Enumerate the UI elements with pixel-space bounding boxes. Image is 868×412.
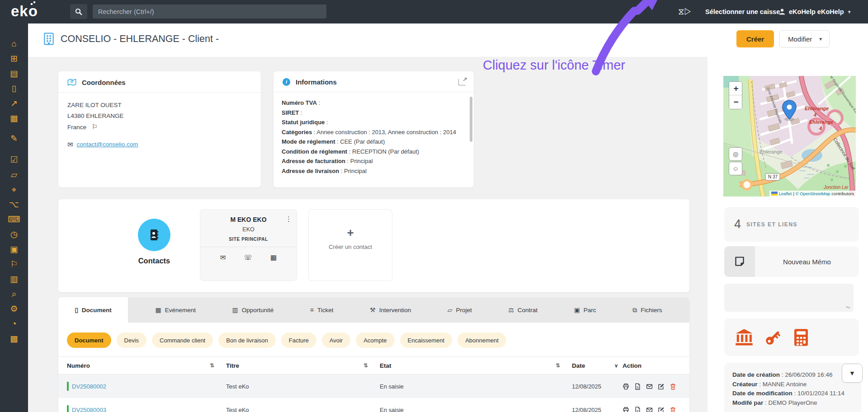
sort-icon[interactable]: ⇅ (363, 362, 368, 369)
tab-projet[interactable]: ▱Projet (439, 297, 481, 323)
leaflet-link[interactable]: Leaflet (779, 191, 792, 196)
calculator-icon[interactable] (792, 328, 810, 346)
sort-desc-icon[interactable]: ∨ (614, 363, 618, 369)
envelope-icon[interactable] (646, 383, 653, 390)
document-link[interactable]: DV25080003 (72, 407, 106, 412)
filter-pill-facture[interactable]: Facture (281, 332, 316, 348)
pdf-file-icon[interactable] (634, 383, 641, 390)
tab-evenement[interactable]: ▦Evénement (146, 297, 205, 323)
tab-document[interactable]: ▯Document (58, 297, 128, 323)
zoom-out-button[interactable]: − (729, 95, 742, 109)
cell-date: 12/08/2025 (572, 383, 623, 390)
trash-icon[interactable] (670, 383, 676, 390)
sort-icon[interactable]: ⇅ (556, 362, 560, 369)
sidebar-item-calendar-icon[interactable]: ▦ (6, 112, 22, 126)
table-body: DV25080002Test eKoEn saisie12/08/2025DV2… (58, 375, 689, 412)
calendar-icon[interactable]: ▦ (270, 253, 277, 262)
tab-parc[interactable]: ▣Parc (565, 297, 605, 323)
tab-contrat[interactable]: ⚖Contrat (499, 297, 547, 323)
filter-pill-encaissement[interactable]: Encaissement (400, 332, 453, 348)
tab-opportunite[interactable]: ▥Opportunité (223, 297, 283, 323)
sidebar-item-file-icon[interactable]: ▯ (6, 82, 22, 97)
trash-icon[interactable] (670, 407, 676, 412)
locate-button[interactable]: ◎ (729, 147, 742, 161)
key-icon[interactable] (763, 328, 783, 346)
contact-tile[interactable]: ⋮ M EKO EKO EKO SITE PRINCIPAL ✉ ☏ ▦ (200, 209, 297, 281)
contrat-tab-icon: ⚖ (508, 306, 514, 314)
quick-links (724, 318, 859, 356)
osm-link[interactable]: © OpenStreetMap (796, 191, 830, 196)
sort-icon[interactable]: ⇅ (210, 362, 214, 369)
contact-company: EKO (200, 226, 297, 233)
sidebar-item-receipt-icon[interactable]: ▤ (6, 67, 22, 82)
sidebar-item-clipboard-edit-icon[interactable]: ✎ (6, 132, 22, 147)
envelope-icon[interactable]: ✉ (220, 253, 226, 262)
edit-icon[interactable] (658, 383, 665, 390)
memo-textarea[interactable] (724, 284, 854, 312)
informations-scrollbar[interactable] (470, 97, 472, 142)
printer-icon[interactable] (623, 407, 629, 412)
new-memo-button[interactable]: Nouveau Mémo (724, 246, 859, 277)
tab-intervention[interactable]: ⚒Intervention (361, 297, 420, 323)
tab-fichiers[interactable]: ⧉Fichiers (623, 297, 671, 323)
global-search-input[interactable] (93, 5, 326, 19)
filter-pill-bon-de-livraison[interactable]: Bon de livraison (218, 332, 276, 348)
sidebar-item-scanner-icon[interactable]: ⌖ (6, 183, 22, 198)
map-widget[interactable]: Ehlerange 4 Ehlerange 4 Ehlerange Zone d… (723, 76, 856, 197)
sidebar-item-org-tree-icon[interactable]: ⌥ (6, 198, 22, 213)
map-link-icon[interactable]: ⚐ (92, 123, 98, 131)
filter-pill-document[interactable]: Document (67, 332, 111, 348)
select-caisse-button[interactable]: Sélectionner une caisse (699, 4, 786, 20)
kebab-menu-icon[interactable]: ⋮ (285, 215, 292, 223)
zoom-in-button[interactable]: + (729, 82, 742, 95)
sidebar-item-checklist-icon[interactable]: ☑ (6, 153, 22, 168)
sidebar-item-search-icon[interactable]: ⌕ (6, 287, 22, 302)
memo-label: Nouveau Mémo (755, 246, 859, 277)
tab-ticket[interactable]: ≡Ticket (301, 297, 343, 323)
sidebar-item-pie-chart-icon[interactable]: ◔ (6, 317, 22, 332)
sidebar-item-calculator-icon[interactable]: ▩ (6, 332, 22, 347)
eko-logo[interactable]: eko (11, 3, 38, 20)
create-contact-tile[interactable]: + Créer un contact (308, 209, 392, 281)
create-button[interactable]: Créer (736, 30, 774, 47)
meta-createur: Créateur : MANNE Antoine (732, 380, 853, 389)
envelope-icon[interactable] (646, 407, 653, 412)
sidebar-item-home-icon[interactable]: ⌂ (6, 37, 22, 52)
collapse-panel-button[interactable]: ▼ (842, 364, 863, 383)
filter-pill-abonnement[interactable]: Abonnement (458, 332, 506, 348)
filter-pill-commande-client[interactable]: Commande client (152, 332, 213, 348)
table-row[interactable]: DV25080002Test eKoEn saisie12/08/2025 (58, 375, 689, 398)
main-area: CONSELIO - EHLERANGE - Client - Créer Mo… (28, 23, 868, 412)
sidebar-item-stopwatch-icon[interactable]: ◷ (6, 228, 22, 243)
filter-pill-acompte[interactable]: Acompte (356, 332, 394, 348)
user-menu[interactable]: eKoHelp eKoHelp ▼ (774, 4, 856, 20)
sidebar-item-map-icon[interactable]: ⚐ (6, 258, 22, 272)
sites-liens-section[interactable]: 4 SITES ET LIENS (724, 207, 859, 242)
external-link-icon[interactable]: ↗ (458, 79, 466, 85)
bank-icon[interactable] (734, 328, 754, 346)
phone-icon[interactable]: ☏ (244, 253, 252, 262)
filter-pill-devis[interactable]: Devis (117, 332, 147, 348)
sidebar-item-id-badge-icon[interactable]: ▣ (6, 243, 22, 258)
modify-button[interactable]: Modifier ▼ (779, 30, 830, 47)
filter-pill-avoir[interactable]: Avoir (322, 332, 350, 348)
pdf-file-icon[interactable] (634, 407, 641, 412)
feedback-button[interactable]: ☺ (729, 162, 742, 175)
email-link[interactable]: contact@conselio.com (77, 139, 138, 150)
printer-icon[interactable] (623, 383, 629, 390)
resize-handle-icon[interactable]: ⫽ (845, 306, 851, 309)
timer-button[interactable]: ⧖▷ (675, 4, 695, 20)
document-link[interactable]: DV25080002 (72, 383, 106, 390)
table-row[interactable]: DV25080003Test eKoEn saisie12/08/2025 (58, 398, 689, 412)
sidebar-item-bar-chart-icon[interactable]: ▥ (6, 272, 22, 287)
sidebar-item-cash-register-icon[interactable]: ⌨ (6, 213, 22, 228)
evenement-tab-icon: ▦ (156, 306, 161, 314)
search-button[interactable] (70, 4, 87, 19)
edit-icon[interactable] (658, 407, 665, 412)
sidebar-item-folder-icon[interactable]: ▱ (6, 168, 22, 183)
map-canvas: Ehlerange 4 Ehlerange 4 Ehlerange Zone d… (723, 76, 856, 197)
column-label: Numéro (67, 362, 90, 369)
sidebar-item-gears-icon[interactable]: ⚙ (6, 302, 22, 317)
sidebar-item-file-export-icon[interactable]: ↗ (6, 97, 22, 112)
sidebar-item-new-document-icon[interactable]: ⊞ (6, 52, 22, 67)
